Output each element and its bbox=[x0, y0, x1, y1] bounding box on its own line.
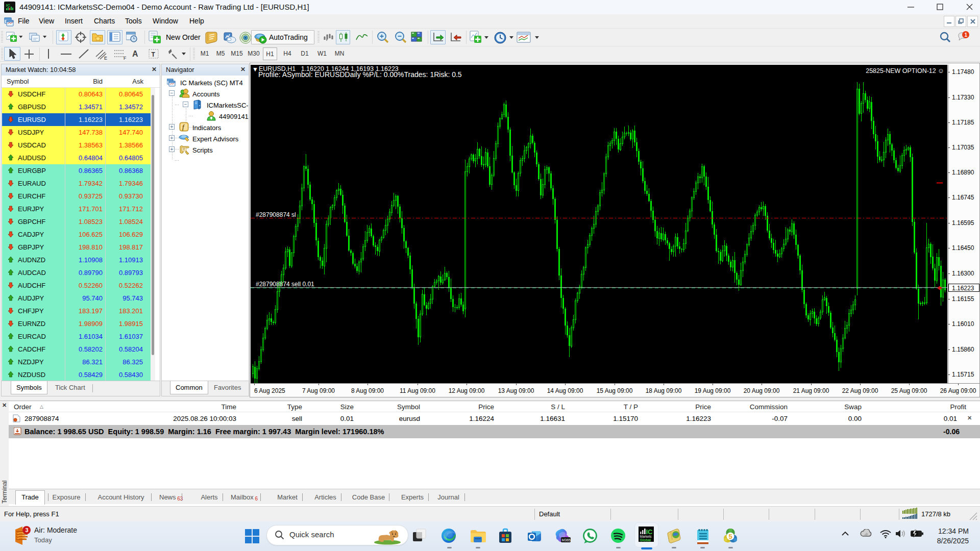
svg-text:Markets: Markets bbox=[640, 535, 652, 538]
svg-text:M365: M365 bbox=[562, 538, 571, 542]
svg-text:3: 3 bbox=[26, 527, 29, 533]
svg-text:5: 5 bbox=[729, 533, 732, 540]
svg-text:1: 1 bbox=[965, 32, 968, 38]
svg-text:F: F bbox=[124, 56, 127, 61]
svg-text:T: T bbox=[152, 51, 156, 58]
svg-text:IC: IC bbox=[6, 3, 10, 8]
svg-text:Global: Global bbox=[640, 538, 651, 542]
svg-text:E: E bbox=[104, 56, 107, 61]
